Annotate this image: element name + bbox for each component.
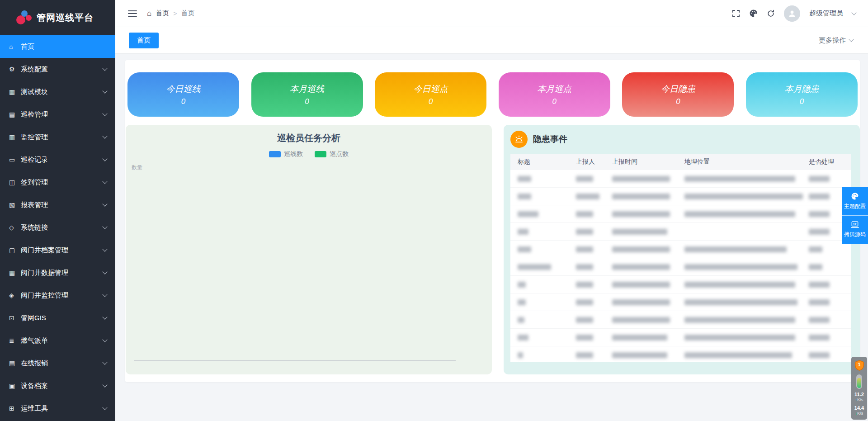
- sidebar-item-label: 阀门井数据管理: [21, 269, 103, 277]
- table-row[interactable]: [510, 241, 851, 258]
- sidebar-item-ops-tools[interactable]: ⊞运维工具: [0, 397, 115, 420]
- sidebar-item-device-archive[interactable]: ▣设备档案: [0, 374, 115, 397]
- sidebar-item-inspection-records[interactable]: ▭巡检记录: [0, 148, 115, 171]
- open-book-icon: ◫: [9, 179, 21, 186]
- redacted-cell: [576, 352, 612, 358]
- sidebar-item-label: 首页: [21, 43, 108, 51]
- palette-icon[interactable]: [749, 9, 758, 18]
- chevron-down-icon: [102, 201, 107, 206]
- sidebar-item-valve-well-archive-mgmt[interactable]: ▢阀门井档案管理: [0, 239, 115, 261]
- table-row[interactable]: [510, 329, 851, 346]
- table-row[interactable]: [510, 346, 851, 362]
- redacted-cell: [576, 176, 612, 182]
- stat-card[interactable]: 本月巡点0: [499, 72, 610, 117]
- sidebar-item-monitor-mgmt[interactable]: ▥监控管理: [0, 126, 115, 148]
- redacted-cell: [809, 352, 851, 358]
- stat-card-label: 本月巡线: [290, 83, 324, 95]
- events-panel-title: 隐患事件: [533, 133, 567, 145]
- sidebar-item-pipeline-gis[interactable]: ⊡管网GIS: [0, 307, 115, 329]
- laptop-code-icon: ⊞: [9, 405, 21, 412]
- redacted-cell: [518, 246, 576, 252]
- archive-box-icon: ▦: [9, 88, 21, 95]
- column-header: 上报人: [576, 158, 612, 166]
- main-content: 今日巡线0本月巡线0今日巡点0本月巡点0今日隐患0本月隐患0 巡检员任务分析 巡…: [115, 54, 868, 421]
- sidebar-item-label: 阀门井监控管理: [21, 291, 103, 300]
- sidebar-item-label: 阀门井档案管理: [21, 246, 103, 255]
- chevron-down-icon: [102, 156, 107, 161]
- logo-icon: [16, 10, 32, 25]
- stat-card[interactable]: 本月巡线0: [251, 72, 363, 117]
- chevron-down-icon[interactable]: [851, 10, 856, 15]
- breadcrumb-separator: >: [173, 10, 177, 17]
- table-row[interactable]: [510, 188, 851, 205]
- redacted-cell: [612, 229, 684, 235]
- legend-label: 巡点数: [330, 150, 349, 158]
- table-row[interactable]: [510, 223, 851, 241]
- redacted-cell: [518, 264, 576, 270]
- table-header: 标题上报人上报时间地理位置是否处理: [510, 154, 851, 170]
- sidebar-toggle-icon[interactable]: [128, 9, 137, 19]
- redacted-cell: [576, 211, 612, 217]
- table-row[interactable]: [510, 293, 851, 311]
- redacted-cell: [576, 282, 612, 288]
- breadcrumb-home[interactable]: 首页: [156, 9, 169, 18]
- more-actions-dropdown[interactable]: 更多操作: [819, 36, 854, 45]
- table-row[interactable]: [510, 276, 851, 293]
- chevron-down-icon: [102, 224, 107, 229]
- sidebar-item-label: 燃气派单: [21, 336, 103, 345]
- redacted-cell: [612, 176, 684, 182]
- inspector-task-chart-panel: 巡检员任务分析 巡线数巡点数 数量: [126, 125, 492, 374]
- redacted-cell: [518, 335, 576, 341]
- legend-item[interactable]: 巡点数: [315, 150, 349, 158]
- sidebar-item-gas-dispatch[interactable]: ≣燃气派单: [0, 329, 115, 352]
- user-name[interactable]: 超级管理员: [809, 9, 843, 18]
- redacted-cell: [576, 229, 612, 235]
- column-header: 标题: [518, 158, 576, 166]
- stat-card[interactable]: 本月隐患0: [746, 72, 858, 117]
- table-row[interactable]: [510, 205, 851, 223]
- sidebar-item-home[interactable]: ⌂首页: [0, 35, 115, 58]
- stat-card[interactable]: 今日巡点0: [375, 72, 486, 117]
- sidebar-item-system-config[interactable]: ⚙系统配置: [0, 58, 115, 80]
- avatar[interactable]: [784, 5, 800, 22]
- fullscreen-icon[interactable]: [732, 9, 740, 18]
- sidebar-item-label: 测试模块: [21, 88, 103, 96]
- stat-card-value: 0: [800, 97, 804, 106]
- chevron-down-icon: [102, 405, 107, 410]
- net-speed-widget[interactable]: 1 11.2 ↑K/s 14.4 ↓K/s: [851, 357, 867, 420]
- sidebar-item-online-reimburse[interactable]: ▤在线报销: [0, 352, 115, 374]
- table-body: [510, 170, 851, 362]
- palette-icon: [851, 192, 859, 200]
- task-list-icon: ≣: [9, 337, 21, 344]
- chevron-down-icon: [102, 111, 107, 116]
- table-row[interactable]: [510, 258, 851, 276]
- column-header: 上报时间: [612, 158, 684, 166]
- redacted-cell: [612, 335, 684, 341]
- cube-icon: ◈: [9, 292, 21, 299]
- table-row[interactable]: [510, 311, 851, 329]
- sidebar-item-label: 监控管理: [21, 133, 103, 142]
- chevron-down-icon: [102, 314, 107, 319]
- download-speed: 14.4 ↓K/s: [854, 405, 864, 416]
- stat-card[interactable]: 今日巡线0: [127, 72, 239, 117]
- tab-home[interactable]: 首页: [129, 33, 159, 48]
- table-row[interactable]: [510, 170, 851, 188]
- stat-card[interactable]: 今日隐患0: [622, 72, 734, 117]
- dashboard-card: 今日巡线0本月巡线0今日巡点0本月巡点0今日隐患0本月隐患0 巡检员任务分析 巡…: [125, 60, 860, 382]
- copy-source-button[interactable]: 拷贝源码: [842, 215, 868, 244]
- sidebar-item-checkin-mgmt[interactable]: ◫签到管理: [0, 171, 115, 194]
- theme-config-button[interactable]: 主题配置: [842, 187, 868, 215]
- alarm-icon: [510, 131, 528, 148]
- redacted-cell: [612, 211, 684, 217]
- refresh-icon[interactable]: [767, 9, 775, 18]
- sidebar-item-test-module[interactable]: ▦测试模块: [0, 80, 115, 103]
- sidebar-item-system-links[interactable]: ◇系统链接: [0, 216, 115, 239]
- sidebar-item-report-mgmt[interactable]: ▧报表管理: [0, 194, 115, 216]
- sidebar-item-valve-well-monitor-mgmt[interactable]: ◈阀门井监控管理: [0, 284, 115, 307]
- tab-bar: 首页 更多操作: [115, 27, 868, 54]
- legend-item[interactable]: 巡线数: [269, 150, 303, 158]
- sidebar-item-valve-well-data-mgmt[interactable]: ▦阀门井数据管理: [0, 261, 115, 284]
- redacted-cell: [684, 335, 809, 341]
- sidebar-item-label: 报表管理: [21, 201, 103, 209]
- sidebar-item-inspection-mgmt[interactable]: ▤巡检管理: [0, 103, 115, 126]
